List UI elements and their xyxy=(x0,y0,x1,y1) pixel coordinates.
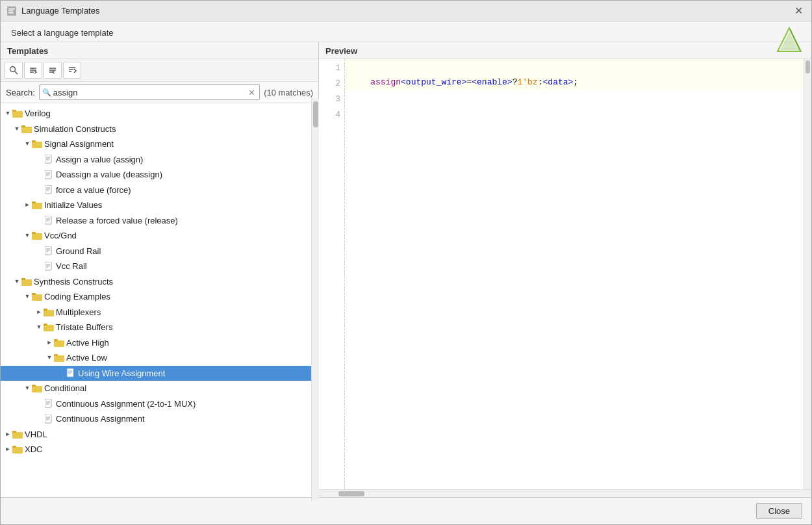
tree-item-active-low[interactable]: ▼ Active Low xyxy=(1,350,318,366)
tree-item-vcc-rail[interactable]: Vcc Rail xyxy=(1,259,318,274)
close-x-button[interactable]: ✕ xyxy=(792,5,805,18)
tree-item-active-high[interactable]: ► Active High xyxy=(1,335,318,351)
svg-rect-20 xyxy=(32,142,42,148)
force-label: force a value (force) xyxy=(56,184,131,197)
tree-item-continuous-assignment[interactable]: Continuous Assignment xyxy=(1,411,318,427)
left-scrollbar-thumb xyxy=(313,101,318,127)
assign-value-label: Assign a value (assign) xyxy=(56,153,143,166)
svg-rect-67 xyxy=(32,385,36,387)
svg-rect-17 xyxy=(12,110,16,112)
cont-2to1-label: Continuous Assignment (2-to-1 MUX) xyxy=(56,398,196,411)
tree-item-force-value[interactable]: force a value (force) xyxy=(1,183,318,198)
svg-rect-55 xyxy=(44,309,47,311)
tree-item-assign-value[interactable]: Assign a value (assign) xyxy=(1,152,318,168)
search-input-wrap: 🔍 ✕ xyxy=(39,84,260,100)
close-button[interactable]: Close xyxy=(756,503,802,519)
preview-body: 1 2 3 4 assign <output_wire> xyxy=(319,59,811,497)
sim-constructs-label: Simulation Constructs xyxy=(34,123,116,136)
deassign-file-icon xyxy=(44,170,54,179)
search-toolbar-button[interactable] xyxy=(5,62,23,79)
title-bar: Language Templates ✕ xyxy=(1,1,811,21)
root-folder-icon xyxy=(12,109,23,118)
logo-area xyxy=(776,27,802,55)
ground-file-icon xyxy=(44,246,54,255)
tree-item-release-value[interactable]: Release a forced value (release) xyxy=(1,213,318,229)
conditional-folder-icon xyxy=(32,384,42,393)
code-line-4 xyxy=(345,106,804,122)
svg-rect-3 xyxy=(8,12,14,14)
svg-rect-60 xyxy=(54,355,64,362)
expand-icon xyxy=(48,66,57,75)
tree-item-continuous-2to1[interactable]: Continuous Assignment (2-to-1 MUX) xyxy=(1,396,318,412)
tree-item-sim-constructs[interactable]: ▼ Simulation Constructs xyxy=(1,122,318,137)
expand-sim-icon: ▼ xyxy=(12,124,21,133)
svg-rect-58 xyxy=(54,340,64,347)
sim-folder-icon xyxy=(21,124,32,133)
tree-item-vcc-gnd[interactable]: ▼ Vcc/Gnd xyxy=(1,228,318,244)
tree-item-wire-assignment[interactable]: Using Wire Assignment xyxy=(1,366,318,381)
tree-item-xdc[interactable]: ► XDC xyxy=(1,442,318,457)
toolbar xyxy=(1,59,318,82)
expand-signal-icon: ▼ xyxy=(23,140,32,149)
templates-header: Templates xyxy=(1,42,318,59)
content-area: Templates xyxy=(1,42,811,497)
svg-rect-50 xyxy=(21,279,32,286)
h-scroll-thumb xyxy=(338,491,364,496)
tree-item-coding-examples[interactable]: ▼ Coding Examples xyxy=(1,289,318,305)
expand-xdc-icon: ► xyxy=(3,445,12,454)
conditional-label: Conditional xyxy=(44,382,86,395)
line-num-3: 3 xyxy=(335,92,340,107)
svg-rect-54 xyxy=(44,310,54,316)
sort-button[interactable] xyxy=(63,62,81,79)
tree-item-multiplexers[interactable]: ► Multiplexers xyxy=(1,305,318,320)
tree-item-synth-constructs[interactable]: ▼ Synthesis Constructs xyxy=(1,274,318,290)
xdc-folder-icon xyxy=(12,445,23,454)
tree-item-signal-assignment[interactable]: ▼ Signal Assignment xyxy=(1,136,318,152)
expand-activehigh-icon: ► xyxy=(45,338,54,347)
line-num-2: 2 xyxy=(335,76,340,92)
tree-item-deassign-value[interactable]: Deassign a value (deassign) xyxy=(1,167,318,183)
clear-search-button[interactable]: ✕ xyxy=(247,88,257,97)
horizontal-scrollbar[interactable] xyxy=(319,489,811,497)
search-input[interactable] xyxy=(53,88,247,97)
svg-rect-2 xyxy=(8,10,13,12)
wire-file-icon xyxy=(66,368,76,378)
code-line-1 xyxy=(345,59,804,75)
svg-rect-59 xyxy=(54,339,58,341)
vhdl-label: VHDL xyxy=(25,428,47,441)
expand-conditional-icon: ▼ xyxy=(23,384,32,393)
svg-rect-66 xyxy=(32,386,42,392)
right-panel: Preview 1 2 3 4 xyxy=(319,42,811,497)
expand-init-icon: ► xyxy=(23,201,32,210)
title-bar-left: Language Templates xyxy=(7,6,99,16)
expand-all-button[interactable] xyxy=(44,62,62,79)
svg-rect-56 xyxy=(44,325,54,331)
release-file-icon xyxy=(44,216,54,225)
dialog-subtitle: Select a language template xyxy=(1,21,811,42)
vcc-gnd-label: Vcc/Gnd xyxy=(44,229,77,242)
matches-count: (10 matches) xyxy=(264,88,313,97)
svg-rect-78 xyxy=(12,447,23,454)
svg-rect-18 xyxy=(21,127,32,133)
mux-folder-icon xyxy=(44,307,54,316)
vhdl-folder-icon xyxy=(12,429,23,439)
right-scrollbar[interactable] xyxy=(804,59,811,489)
signal-folder-icon xyxy=(32,140,42,149)
tree-item-tristate[interactable]: ▼ Tristate Buffers xyxy=(1,320,318,335)
tree-item-verilog[interactable]: ▼ Verilog xyxy=(1,106,318,122)
line-num-1: 1 xyxy=(335,60,340,76)
multiplexers-label: Multiplexers xyxy=(56,306,101,319)
tree-item-conditional[interactable]: ▼ Conditional xyxy=(1,381,318,396)
force-file-icon xyxy=(44,185,54,194)
cont2to1-file-icon xyxy=(44,399,54,408)
expand-vcc-icon: ▼ xyxy=(23,231,32,240)
code-wrapper: 1 2 3 4 assign <output_wire> xyxy=(319,59,811,489)
vcc-folder-icon xyxy=(32,231,42,240)
collapse-all-button[interactable] xyxy=(24,62,42,79)
svg-rect-76 xyxy=(12,432,23,439)
left-scrollbar[interactable] xyxy=(311,98,319,497)
tree-item-ground-rail[interactable]: Ground Rail xyxy=(1,244,318,259)
active-high-label: Active High xyxy=(66,337,109,350)
tree-item-vhdl[interactable]: ► VHDL xyxy=(1,427,318,442)
tree-item-init-values[interactable]: ► Initialize Values xyxy=(1,198,318,213)
